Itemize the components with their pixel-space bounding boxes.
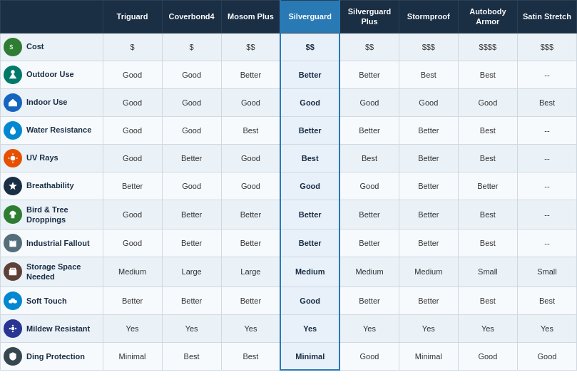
feature-cell-cost: $Cost (1, 33, 103, 61)
cell-ding_protection-coverbond4: Best (162, 342, 221, 370)
cell-indoor_use-silverguard: Good (280, 88, 339, 116)
cell-outdoor_use-silverguard: Better (280, 61, 339, 88)
cell-industrial_fallout-silverguard: Better (280, 229, 339, 257)
outdoor_use-label: Outdoor Use (26, 69, 74, 79)
row-industrial_fallout: Industrial FalloutGoodBetterBetterBetter… (1, 229, 577, 257)
cell-industrial_fallout-mosom_plus: Better (221, 229, 280, 257)
cell-water_resistance-silverguard_plus: Better (339, 116, 399, 144)
cell-indoor_use-autobody_armor: Good (458, 88, 517, 116)
feature-cell-bird_tree: Bird & Tree Droppings (1, 200, 103, 229)
cell-soft_touch-mosom_plus: Better (221, 287, 280, 314)
cell-cost-coverbond4: $ (162, 33, 221, 61)
svg-point-14 (12, 331, 14, 332)
svg-rect-7 (9, 242, 16, 247)
breathability-icon (4, 177, 22, 195)
industrial_fallout-icon (4, 234, 22, 252)
row-water_resistance: Water ResistanceGoodGoodBestBetterBetter… (1, 116, 577, 144)
feature-cell-soft_touch: Soft Touch (1, 287, 103, 314)
water_resistance-label: Water Resistance (26, 125, 91, 135)
cell-breathability-mosom_plus: Good (221, 172, 280, 200)
cell-mildew_resistant-triguard: Yes (103, 314, 162, 342)
cell-storage_space-silverguard: Medium (280, 257, 339, 287)
cell-soft_touch-silverguard_plus: Better (339, 287, 399, 314)
cell-cost-silverguard_plus: $$ (339, 33, 399, 61)
soft_touch-label: Soft Touch (26, 296, 67, 306)
cell-water_resistance-coverbond4: Good (162, 116, 221, 144)
cell-breathability-stormproof: Better (399, 172, 458, 200)
cell-water_resistance-triguard: Good (103, 116, 162, 144)
feature-cell-uv_rays: UV Rays (1, 144, 103, 172)
cell-uv_rays-silverguard: Best (280, 144, 339, 172)
cell-bird_tree-mosom_plus: Better (221, 200, 280, 229)
cell-mildew_resistant-autobody_armor: Yes (458, 314, 517, 342)
cell-indoor_use-satin_stretch: Best (517, 88, 576, 116)
feature-cell-ding_protection: Ding Protection (1, 342, 103, 370)
feature-column-header (1, 1, 103, 33)
cell-outdoor_use-autobody_armor: Best (458, 61, 517, 88)
feature-cell-breathability: Breathability (1, 172, 103, 200)
cell-cost-silverguard: $$ (280, 33, 339, 61)
cell-uv_rays-mosom_plus: Good (221, 144, 280, 172)
bird_tree-icon (4, 205, 22, 224)
cell-storage_space-coverbond4: Large (162, 257, 221, 287)
cell-cost-triguard: $ (103, 33, 162, 61)
feature-cell-industrial_fallout: Industrial Fallout (1, 229, 103, 257)
cell-indoor_use-stormproof: Good (399, 88, 458, 116)
indoor_use-icon (4, 93, 22, 112)
cell-industrial_fallout-coverbond4: Better (162, 229, 221, 257)
cell-indoor_use-silverguard_plus: Good (339, 88, 399, 116)
cell-uv_rays-autobody_armor: Best (458, 144, 517, 172)
cell-water_resistance-mosom_plus: Best (221, 116, 280, 144)
breathability-label: Breathability (26, 180, 74, 190)
cell-storage_space-autobody_armor: Small (458, 257, 517, 287)
ding_protection-label: Ding Protection (26, 351, 85, 361)
cell-bird_tree-coverbond4: Better (162, 200, 221, 229)
svg-rect-8 (9, 270, 17, 276)
cell-bird_tree-silverguard_plus: Better (339, 200, 399, 229)
cell-water_resistance-autobody_armor: Best (458, 116, 517, 144)
cell-industrial_fallout-satin_stretch: -- (517, 229, 576, 257)
comparison-table-wrapper: TriguardCoverbond4Mosom PlusSilverguardS… (0, 0, 577, 371)
cell-cost-autobody_armor: $$$$ (458, 33, 517, 61)
cost-icon: $ (4, 38, 22, 56)
industrial_fallout-label: Industrial Fallout (26, 238, 90, 248)
cell-indoor_use-mosom_plus: Good (221, 88, 280, 116)
column-header-mosom_plus: Mosom Plus (221, 1, 280, 33)
cell-outdoor_use-satin_stretch: -- (517, 61, 576, 88)
cell-soft_touch-silverguard: Good (280, 287, 339, 314)
row-ding_protection: Ding ProtectionMinimalBestBestMinimalGoo… (1, 342, 577, 370)
cell-ding_protection-triguard: Minimal (103, 342, 162, 370)
cell-mildew_resistant-stormproof: Yes (399, 314, 458, 342)
svg-point-2 (11, 155, 16, 160)
uv_rays-label: UV Rays (26, 153, 58, 163)
indoor_use-label: Indoor Use (26, 97, 67, 107)
column-header-silverguard: Silverguard (280, 1, 339, 33)
cell-mildew_resistant-coverbond4: Yes (162, 314, 221, 342)
svg-text:$: $ (9, 43, 14, 51)
cell-breathability-coverbond4: Good (162, 172, 221, 200)
cell-breathability-silverguard_plus: Good (339, 172, 399, 200)
cell-ding_protection-satin_stretch: Good (517, 342, 576, 370)
cell-outdoor_use-stormproof: Best (399, 61, 458, 88)
feature-cell-indoor_use: Indoor Use (1, 88, 103, 116)
cell-outdoor_use-mosom_plus: Better (221, 61, 280, 88)
water_resistance-icon (4, 121, 22, 140)
cell-bird_tree-triguard: Good (103, 200, 162, 229)
cell-storage_space-triguard: Medium (103, 257, 162, 287)
cell-storage_space-silverguard_plus: Medium (339, 257, 399, 287)
cell-soft_touch-autobody_armor: Best (458, 287, 517, 314)
svg-point-12 (11, 326, 15, 330)
cell-uv_rays-stormproof: Better (399, 144, 458, 172)
cell-water_resistance-silverguard: Better (280, 116, 339, 144)
cell-bird_tree-satin_stretch: -- (517, 200, 576, 229)
cell-water_resistance-stormproof: Better (399, 116, 458, 144)
column-header-triguard: Triguard (103, 1, 162, 33)
column-header-coverbond4: Coverbond4 (162, 1, 221, 33)
cost-label: Cost (26, 41, 44, 51)
cell-bird_tree-stormproof: Better (399, 200, 458, 229)
cell-mildew_resistant-silverguard_plus: Yes (339, 314, 399, 342)
cell-bird_tree-autobody_armor: Best (458, 200, 517, 229)
cell-mildew_resistant-mosom_plus: Yes (221, 314, 280, 342)
cell-soft_touch-triguard: Better (103, 287, 162, 314)
feature-cell-outdoor_use: Outdoor Use (1, 61, 103, 88)
